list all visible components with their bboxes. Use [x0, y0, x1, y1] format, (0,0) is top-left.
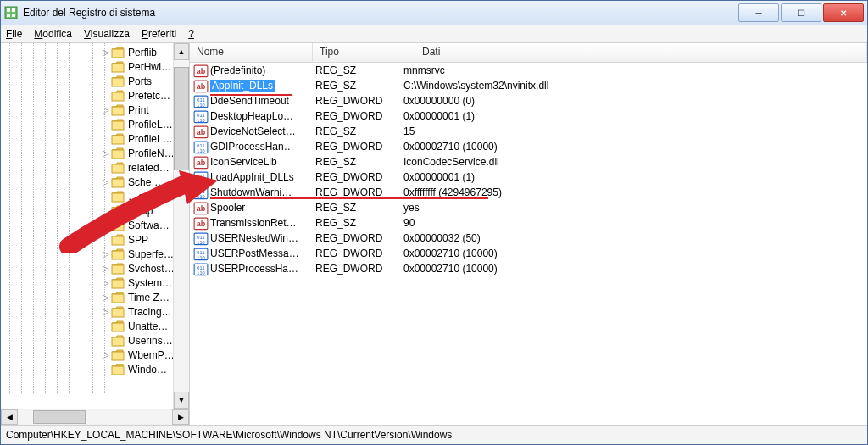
tree-item[interactable]: ▷Superfe…: [1, 247, 173, 261]
folder-icon: [111, 220, 125, 231]
value-type: REG_DWORD: [315, 186, 403, 198]
tree-item[interactable]: Ports: [1, 74, 173, 88]
expand-icon[interactable]: ▷: [101, 264, 111, 273]
minimize-button[interactable]: ─: [738, 3, 779, 22]
svg-rect-22: [112, 294, 124, 303]
column-header-type[interactable]: Tipo: [313, 43, 415, 62]
value-row[interactable]: 011110USERNestedWin…REG_DWORD0x00000032 …: [190, 231, 867, 246]
expand-icon[interactable]: ▷: [101, 350, 111, 359]
menu-item[interactable]: ?: [188, 28, 194, 40]
tree: ▷PerflibPerHwI…PortsPrefetc…▷PrintProfil…: [1, 43, 173, 376]
value-row[interactable]: abTransmissionRet…REG_SZ90: [190, 215, 867, 231]
tree-item[interactable]: ▷Time Z…: [1, 290, 173, 304]
folder-icon: [111, 335, 125, 347]
scroll-up-icon[interactable]: ▲: [174, 43, 189, 60]
svg-rect-4: [12, 14, 15, 17]
value-row[interactable]: abSpoolerREG_SZyes: [190, 200, 867, 215]
svg-rect-1: [7, 8, 10, 12]
tree-horizontal-scrollbar[interactable]: ◀ ▶: [1, 409, 189, 425]
menu-item[interactable]: Modifica: [34, 28, 72, 40]
value-row[interactable]: 011110ShutdownWarni…REG_DWORD0xffffffff …: [190, 185, 867, 200]
value-row[interactable]: 011110DesktopHeapLo…REG_DWORD0x00000001 …: [190, 108, 867, 124]
menubar: FileModificaVisualizzaPreferiti?: [1, 25, 867, 43]
body: ▷PerflibPerHwI…PortsPrefetc…▷PrintProfil…: [1, 43, 867, 425]
menu-item[interactable]: File: [6, 28, 22, 40]
tree-item-label: Perflib: [128, 47, 173, 58]
svg-rect-23: [112, 309, 124, 317]
value-row[interactable]: 011110USERProcessHa…REG_DWORD0x00002710 …: [190, 261, 867, 276]
tree-item[interactable]: setup: [1, 203, 173, 218]
value-row[interactable]: abDeviceNotSelect…REG_SZ15: [190, 124, 867, 139]
tree-item[interactable]: ▷Sche…: [1, 175, 173, 189]
tree-item[interactable]: PerHwI…: [1, 59, 173, 74]
scroll-track[interactable]: [18, 410, 172, 424]
value-name: Spooler: [210, 202, 315, 214]
svg-rect-15: [112, 193, 124, 202]
column-header-data[interactable]: Dati: [415, 43, 867, 62]
expand-icon[interactable]: ▷: [101, 307, 111, 316]
scroll-left-icon[interactable]: ◀: [1, 409, 18, 425]
scroll-down-icon[interactable]: ▼: [174, 392, 189, 409]
tree-item[interactable]: …edi…: [1, 189, 173, 203]
value-row[interactable]: abIconServiceLibREG_SZIconCodecService.d…: [190, 154, 867, 170]
tree-item[interactable]: ProfileL…: [1, 131, 173, 146]
value-data: 0xffffffff (4294967295): [403, 186, 867, 198]
svg-rect-8: [112, 92, 124, 101]
tree-item[interactable]: ▷ProfileN…: [1, 146, 173, 160]
tree-item[interactable]: ▷Svchost…: [1, 261, 173, 275]
folder-icon: [111, 191, 125, 203]
folder-icon: [111, 320, 125, 332]
tree-item[interactable]: ▷Perflib: [1, 45, 173, 59]
tree-item[interactable]: ▷Print: [1, 103, 173, 117]
scroll-right-icon[interactable]: ▶: [172, 409, 189, 425]
reg-sz-icon: ab: [193, 64, 209, 76]
tree-vertical-scrollbar[interactable]: ▲ ▼: [173, 43, 189, 409]
value-row[interactable]: abAppInit_DLLsREG_SZC:\Windows\system32\…: [190, 78, 867, 93]
expand-icon[interactable]: ▷: [101, 249, 111, 259]
tree-item[interactable]: Unatte…: [1, 319, 173, 333]
value-row[interactable]: 011110LoadAppInit_DLLsREG_DWORD0x0000000…: [190, 170, 867, 185]
svg-text:110: 110: [197, 103, 204, 108]
tree-item-label: setup: [128, 205, 173, 217]
svg-rect-27: [112, 366, 124, 375]
scroll-thumb[interactable]: [33, 410, 86, 424]
menu-item[interactable]: Visualizza: [84, 28, 130, 40]
tree-item[interactable]: related…: [1, 160, 173, 175]
tree-item[interactable]: SPP: [1, 232, 173, 247]
scroll-track[interactable]: [174, 60, 189, 392]
column-header-name[interactable]: Nome: [190, 43, 313, 62]
value-row[interactable]: 011110DdeSendTimeoutREG_DWORD0x00000000 …: [190, 93, 867, 108]
tree-item[interactable]: ▷Softwa…: [1, 218, 173, 232]
expand-icon[interactable]: ▷: [101, 105, 111, 114]
tree-item[interactable]: ▷System…: [1, 275, 173, 290]
expand-icon[interactable]: ▷: [101, 220, 111, 230]
tree-scroll[interactable]: ▷PerflibPerHwI…PortsPrefetc…▷PrintProfil…: [1, 43, 173, 409]
value-data: 90: [403, 217, 867, 229]
expand-icon[interactable]: ▷: [101, 47, 111, 57]
tree-item[interactable]: ▷Tracing…: [1, 304, 173, 319]
svg-text:110: 110: [197, 255, 204, 260]
tree-item[interactable]: ProfileL…: [1, 117, 173, 131]
maximize-button[interactable]: ☐: [781, 3, 821, 22]
expand-icon[interactable]: ▷: [101, 292, 111, 302]
regedit-window: Editor del Registro di sistema ─ ☐ ✕ Fil…: [0, 0, 868, 445]
value-row[interactable]: 011110USERPostMessa…REG_DWORD0x00002710 …: [190, 246, 867, 261]
folder-icon: [111, 306, 125, 318]
scroll-thumb[interactable]: [174, 67, 189, 170]
tree-item[interactable]: ▷WbemP…: [1, 348, 173, 362]
svg-rect-13: [112, 164, 124, 173]
value-row[interactable]: ab(Predefinito)REG_SZmnmsrvc: [190, 63, 867, 78]
tree-item[interactable]: Prefetc…: [1, 88, 173, 103]
expand-icon[interactable]: ▷: [101, 148, 111, 158]
value-row[interactable]: 011110GDIProcessHan…REG_DWORD0x00002710 …: [190, 139, 867, 154]
tree-item[interactable]: Windo…: [1, 362, 173, 376]
value-type: REG_DWORD: [315, 95, 403, 107]
folder-icon: [111, 205, 125, 217]
expand-icon[interactable]: ▷: [101, 278, 111, 287]
tree-item[interactable]: Userins…: [1, 333, 173, 348]
folder-icon: [111, 147, 125, 159]
close-button[interactable]: ✕: [823, 3, 864, 22]
menu-item[interactable]: Preferiti: [142, 28, 176, 40]
list-body[interactable]: ab(Predefinito)REG_SZmnmsrvcabAppInit_DL…: [190, 63, 867, 425]
expand-icon[interactable]: ▷: [101, 177, 111, 186]
